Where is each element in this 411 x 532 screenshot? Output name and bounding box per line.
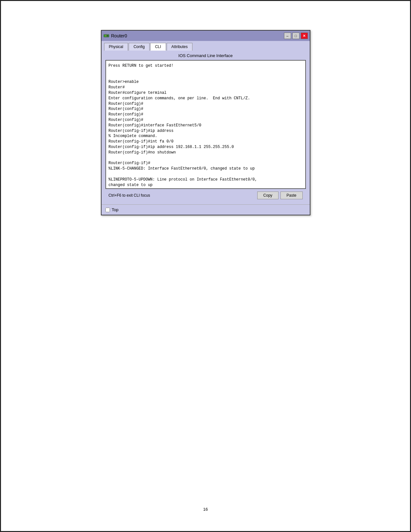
footer-area: Top [102, 204, 310, 215]
title-bar-left: Router0 [103, 33, 140, 39]
svg-point-1 [104, 35, 105, 36]
close-button[interactable]: ✕ [301, 33, 308, 39]
tab-physical[interactable]: Physical [104, 43, 128, 51]
title-bar-controls: – □ ✕ [284, 33, 308, 39]
svg-point-2 [105, 35, 106, 36]
page-number: 16 [203, 500, 208, 518]
svg-rect-3 [107, 35, 108, 36]
window-title: Router0 [111, 33, 127, 38]
tab-config[interactable]: Config [129, 43, 150, 51]
top-label: Top [112, 207, 119, 212]
router-icon [103, 33, 109, 39]
router-window: Router0 – □ ✕ Physical Config CLI Attrib… [101, 30, 310, 215]
section-title: IOS Command Line Interface [105, 53, 306, 58]
top-checkbox[interactable] [105, 208, 110, 212]
tab-cli[interactable]: CLI [150, 43, 166, 51]
tab-attributes[interactable]: Attributes [167, 43, 193, 51]
button-group: Copy Paste [257, 192, 303, 199]
paste-button[interactable]: Paste [280, 192, 303, 199]
minimize-button[interactable]: – [284, 33, 291, 39]
cli-terminal[interactable]: Press RETURN to get started! Router>enab… [105, 60, 306, 189]
page-container: Router0 – □ ✕ Physical Config CLI Attrib… [14, 14, 397, 518]
copy-button[interactable]: Copy [257, 192, 279, 199]
cli-output: Press RETURN to get started! Router>enab… [109, 63, 303, 188]
title-bar: Router0 – □ ✕ [102, 31, 310, 41]
cli-hint: Ctrl+F6 to exit CLI focus [109, 193, 150, 198]
bottom-bar: Ctrl+F6 to exit CLI focus Copy Paste [105, 189, 306, 202]
content-area: IOS Command Line Interface Press RETURN … [102, 51, 310, 204]
maximize-button[interactable]: □ [292, 33, 299, 39]
tabs-bar: Physical Config CLI Attributes [102, 41, 310, 51]
